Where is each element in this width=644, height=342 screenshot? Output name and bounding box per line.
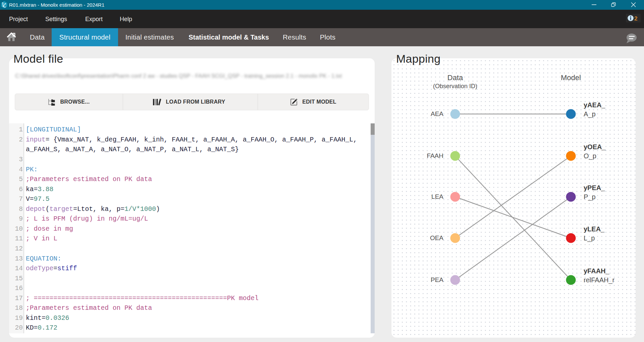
svg-text:2: 2	[634, 15, 637, 22]
